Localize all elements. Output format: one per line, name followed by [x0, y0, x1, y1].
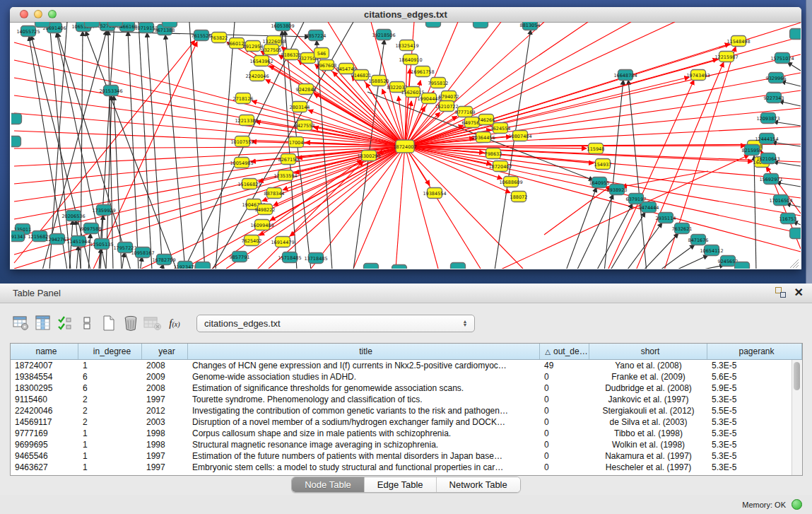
network-node[interactable]	[118, 243, 133, 253]
network-node[interactable]	[790, 29, 805, 40]
network-node[interactable]	[691, 70, 706, 81]
network-node[interactable]	[235, 158, 249, 168]
minimize-window-button[interactable]	[34, 10, 42, 18]
table-cell[interactable]: 5.9E-5	[707, 382, 792, 394]
table-options-icon[interactable]	[11, 314, 31, 332]
network-node[interactable]	[513, 131, 528, 141]
network-node[interactable]	[589, 144, 604, 154]
table-cell[interactable]: Hescheler et al. (1997)	[589, 462, 707, 473]
table-cell[interactable]: 2003	[142, 416, 188, 428]
network-node[interactable]	[289, 137, 304, 148]
network-node[interactable]	[301, 53, 316, 64]
table-cell[interactable]: Tibbo et al. (1998)	[589, 428, 707, 439]
table-cell[interactable]: 5.3E-5	[707, 450, 792, 462]
network-node[interactable]	[354, 70, 369, 81]
network-node[interactable]	[486, 148, 501, 159]
table-cell[interactable]: 2	[78, 405, 142, 416]
network-node[interactable]	[21, 26, 36, 37]
table-cell[interactable]: 1997	[142, 394, 188, 405]
network-node[interactable]	[493, 161, 508, 172]
table-cell[interactable]: 2	[78, 394, 142, 405]
table-row[interactable]: 1872400712008Changes of HCN gene express…	[11, 360, 792, 371]
table-row[interactable]: 946362711997Embryonic stem cells: a mode…	[11, 462, 792, 473]
network-node[interactable]	[440, 101, 454, 112]
network-node[interactable]	[493, 123, 508, 134]
table-cell[interactable]: Yano et al. (2008)	[589, 360, 707, 371]
table-cell[interactable]: Stergiakouli et al. (2012)	[589, 405, 707, 416]
table-cell[interactable]: 2	[78, 416, 142, 428]
network-node[interactable]	[761, 153, 776, 164]
network-node[interactable]	[416, 66, 430, 77]
network-node[interactable]	[230, 38, 245, 49]
network-node[interactable]	[283, 252, 298, 263]
table-row[interactable]: 977716911998Corpus callosum shape and si…	[11, 428, 792, 439]
table-cell[interactable]: 0	[540, 371, 589, 382]
table-cell[interactable]: 14569117	[11, 416, 78, 428]
network-node[interactable]	[50, 234, 65, 245]
network-node[interactable]	[66, 211, 81, 221]
network-node[interactable]	[512, 192, 526, 202]
network-node[interactable]	[479, 115, 494, 125]
table-cell[interactable]: 1997	[142, 462, 188, 473]
table-cell[interactable]: 9777169	[11, 428, 78, 439]
table-cell[interactable]: 0	[540, 450, 589, 462]
table-cell[interactable]: 22420046	[11, 405, 78, 416]
network-node[interactable]	[691, 235, 706, 245]
network-node[interactable]	[284, 49, 299, 60]
table-cell[interactable]: 1	[78, 428, 142, 439]
network-node[interactable]	[246, 41, 261, 52]
table-cell[interactable]: 1	[78, 439, 142, 450]
network-node[interactable]	[178, 262, 193, 272]
table-cell[interactable]: 0	[540, 382, 589, 394]
network-node[interactable]	[428, 188, 442, 199]
table-cell[interactable]: 5.3E-5	[707, 428, 792, 439]
table-cell[interactable]: 2008	[142, 382, 188, 394]
network-node[interactable]	[258, 204, 273, 215]
network-node[interactable]	[396, 140, 414, 153]
table-cell[interactable]: 9463627	[11, 462, 78, 473]
network-node[interactable]	[235, 136, 250, 147]
network-node[interactable]	[781, 214, 796, 224]
table-cell[interactable]: 5.3E-5	[707, 360, 792, 371]
table-cell[interactable]: Dudbridge et al. (2008)	[589, 382, 707, 394]
network-node[interactable]	[255, 220, 270, 230]
table-cell[interactable]: Corpus callosum shape and size in male p…	[188, 428, 540, 439]
table-row[interactable]: 2242004622012Investigating the contribut…	[11, 405, 792, 416]
table-cell[interactable]: 0	[540, 439, 589, 450]
network-node[interactable]	[242, 179, 257, 189]
network-node[interactable]	[104, 86, 119, 96]
memory-status-indicator[interactable]	[792, 499, 802, 510]
zoom-window-button[interactable]	[48, 10, 57, 18]
select-columns-icon[interactable]	[55, 314, 75, 332]
column-header-out_de[interactable]: △out_de…	[540, 344, 589, 359]
network-node[interactable]	[767, 93, 782, 103]
table-cell[interactable]: Investigating the contribution of common…	[188, 405, 540, 416]
table-cell[interactable]: Embryonic stem cells: a model to study s…	[188, 462, 540, 473]
table-cell[interactable]: 9465546	[11, 450, 78, 462]
table-cell[interactable]: 18300295	[11, 382, 78, 394]
table-cell[interactable]: 0	[540, 428, 589, 439]
network-node[interactable]	[764, 174, 779, 185]
network-node[interactable]	[659, 213, 673, 223]
network-node[interactable]	[596, 159, 611, 170]
vertical-scrollbar[interactable]	[792, 360, 802, 475]
network-node[interactable]	[451, 263, 466, 274]
network-node[interactable]	[721, 256, 736, 267]
table-cell[interactable]: 5.3E-5	[707, 439, 792, 450]
table-cell[interactable]: 5.3E-5	[707, 394, 792, 405]
table-cell[interactable]: 2008	[142, 360, 188, 371]
network-node[interactable]	[293, 102, 307, 112]
table-cell[interactable]: 0	[540, 394, 589, 405]
network-node[interactable]	[196, 262, 211, 273]
network-node[interactable]	[731, 36, 746, 47]
network-node[interactable]	[236, 93, 251, 104]
table-cell[interactable]: 6	[78, 382, 142, 394]
table-cell[interactable]: 6	[78, 371, 142, 382]
network-node[interactable]	[404, 54, 418, 65]
table-cell[interactable]: 18724007	[11, 360, 78, 371]
network-node[interactable]	[194, 30, 209, 41]
network-node[interactable]	[629, 194, 644, 204]
network-node[interactable]	[136, 247, 151, 258]
network-node[interactable]	[299, 84, 314, 95]
network-node[interactable]	[675, 223, 690, 234]
